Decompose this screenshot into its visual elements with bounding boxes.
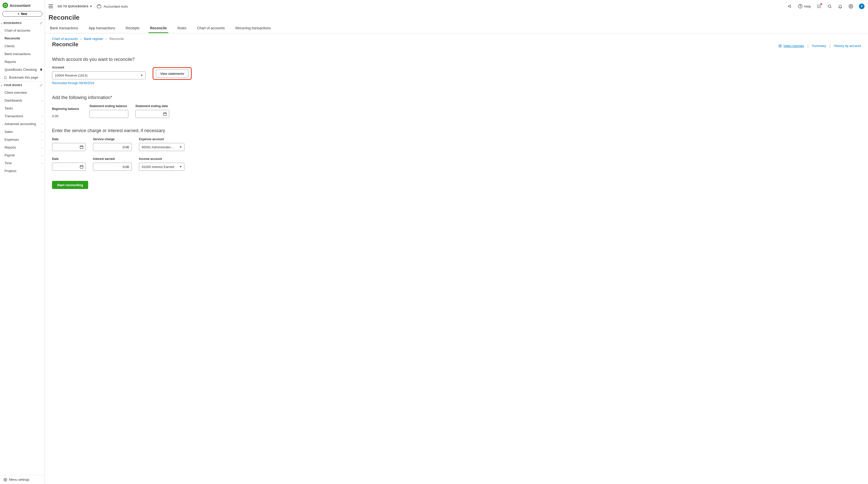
bell-icon[interactable] — [838, 4, 843, 9]
tab[interactable]: Reconcile — [149, 24, 168, 33]
sidebar-item-label: Reconcile — [4, 36, 20, 40]
tab[interactable]: Recurring transactions — [234, 24, 272, 33]
video-tutorials-link[interactable]: Video tutorials — [778, 44, 804, 48]
stmt-ending-balance-input[interactable] — [89, 110, 128, 118]
svg-point-9 — [819, 6, 819, 7]
new-button[interactable]: + New — [2, 11, 42, 17]
chevron-down-icon: ⌄ — [0, 22, 3, 25]
sidebar-item[interactable]: Payroll› — [0, 151, 45, 159]
beginning-balance-label: Beginning balance — [52, 107, 82, 111]
sidebar-item[interactable]: Client overview — [0, 89, 45, 96]
view-statements-button[interactable]: View statements — [156, 69, 188, 78]
breadcrumb-current: Reconcile — [110, 37, 124, 41]
sidebar-item[interactable]: Sales› — [0, 128, 45, 135]
tab[interactable]: Receipts — [124, 24, 141, 33]
search-icon[interactable] — [827, 4, 832, 9]
sidebar-item-label: Chart of accounts — [4, 29, 30, 32]
service-date-input[interactable] — [52, 143, 86, 151]
sidebar-item[interactable]: Transactions› — [0, 112, 45, 120]
chevron-right-icon: › — [42, 122, 43, 125]
income-account-select[interactable]: 91000 Interest Earned — [139, 163, 184, 171]
breadcrumb-sep: › — [80, 37, 81, 41]
avatar[interactable]: V — [859, 3, 865, 9]
chevron-right-icon: › — [42, 146, 43, 149]
svg-rect-19 — [80, 165, 83, 168]
sidebar-item-label: Transactions — [4, 114, 23, 118]
sidebar-item[interactable]: Advanced accounting› — [0, 120, 45, 128]
svg-rect-17 — [163, 113, 166, 116]
sidebar-item[interactable]: Expenses› — [0, 135, 45, 144]
chevron-down-icon: ⌄ — [0, 84, 3, 87]
bookmarks-section-label: BOOKMARKS — [4, 22, 22, 25]
income-account-value: 91000 Interest Earned — [142, 165, 174, 169]
megaphone-icon[interactable] — [787, 4, 793, 9]
reconciled-through-link[interactable]: Reconciled through 09/30/2024 — [52, 81, 146, 85]
stmt-ending-date-input[interactable] — [135, 110, 169, 118]
sidebar-item[interactable]: Projects — [0, 167, 45, 175]
tab[interactable]: Chart of accounts — [195, 24, 226, 33]
chevron-down-icon — [180, 166, 182, 168]
bookmarks-section-header[interactable]: ⌄ BOOKMARKS — [0, 19, 45, 27]
expense-account-select[interactable]: 60091 Administratio… — [139, 143, 184, 151]
menu-settings-label: Menu settings — [9, 478, 30, 482]
sidebar-item-label: Clients — [4, 44, 14, 48]
page-title: Reconcile — [45, 12, 868, 24]
help-link[interactable]: Help — [798, 4, 811, 8]
hamburger-icon[interactable] — [49, 4, 53, 8]
tab[interactable]: Bank transactions — [49, 24, 80, 33]
chevron-right-icon: › — [42, 115, 43, 118]
sidebar-item[interactable]: Clients — [0, 42, 45, 50]
bookmark-this-page-label: Bookmark this page — [9, 75, 38, 79]
chevron-down-icon — [180, 147, 182, 148]
tabs: Bank transactionsApp transactionsReceipt… — [45, 24, 868, 33]
view-statements-highlight: View statements — [153, 67, 192, 80]
sidebar-item[interactable]: Dashboards› — [0, 96, 45, 104]
sidebar-item[interactable]: Reports — [0, 58, 45, 66]
apps-grid-icon[interactable] — [816, 4, 822, 9]
summary-link[interactable]: Summary — [812, 44, 826, 48]
chevron-down-icon — [90, 6, 92, 7]
menu-settings[interactable]: Menu settings — [0, 475, 45, 484]
svg-point-8 — [817, 6, 818, 7]
brand-name: Accountant — [9, 3, 31, 7]
service-charge-input[interactable] — [93, 143, 132, 151]
service-charge-label: Service charge — [93, 138, 132, 141]
play-circle-icon — [778, 44, 782, 48]
sidebar-item-label: Projects — [4, 169, 17, 173]
sidebar-item[interactable]: Time› — [0, 159, 45, 167]
history-by-account-link[interactable]: History by account — [834, 44, 861, 48]
gear-icon[interactable] — [848, 4, 854, 9]
edit-your-books-icon[interactable] — [40, 84, 43, 87]
chevron-right-icon: › — [42, 130, 43, 133]
start-reconciling-button[interactable]: Start reconciling — [52, 181, 88, 189]
svg-point-12 — [819, 7, 819, 8]
sidebar-item[interactable]: Bank transactions — [0, 50, 45, 58]
sidebar-item[interactable]: Tasks — [0, 104, 45, 112]
briefcase-icon — [96, 4, 101, 9]
breadcrumb-chart-of-accounts[interactable]: Chart of accounts — [52, 37, 78, 41]
svg-point-4 — [800, 7, 801, 7]
calendar-icon — [80, 145, 84, 149]
tab[interactable]: Rules — [176, 24, 188, 33]
sidebar-item[interactable]: Reconcile — [0, 34, 45, 42]
sidebar-item[interactable]: Reports› — [0, 144, 45, 151]
qb-logo-icon — [2, 2, 8, 8]
bookmark-filled-icon — [40, 68, 43, 71]
sidebar-item[interactable]: Chart of accounts — [0, 27, 45, 34]
edit-bookmarks-icon[interactable] — [40, 22, 43, 25]
content-title: Reconcile — [52, 41, 78, 48]
tab[interactable]: App transactions — [87, 24, 117, 33]
interest-date-input[interactable] — [52, 163, 86, 171]
interest-earned-input[interactable] — [93, 163, 132, 171]
go-to-quickbooks[interactable]: GO TO QUICKBOOKS — [58, 5, 92, 8]
account-select[interactable]: 10004 Reserve (1813) — [52, 71, 146, 79]
bookmark-this-page[interactable]: Bookmark this page — [0, 73, 45, 81]
chevron-right-icon: › — [42, 162, 43, 165]
your-books-section-header[interactable]: ⌄ YOUR BOOKS — [0, 81, 45, 89]
accountant-tools[interactable]: Accountant tools — [96, 4, 128, 9]
new-button-label: New — [21, 12, 27, 16]
sidebar-item-label: Sales — [4, 130, 13, 133]
topbar: GO TO QUICKBOOKS Accountant tools Help — [45, 0, 868, 12]
breadcrumb-bank-register[interactable]: Bank register — [84, 37, 103, 41]
sidebar-item[interactable]: QuickBooks Checking — [0, 66, 45, 73]
